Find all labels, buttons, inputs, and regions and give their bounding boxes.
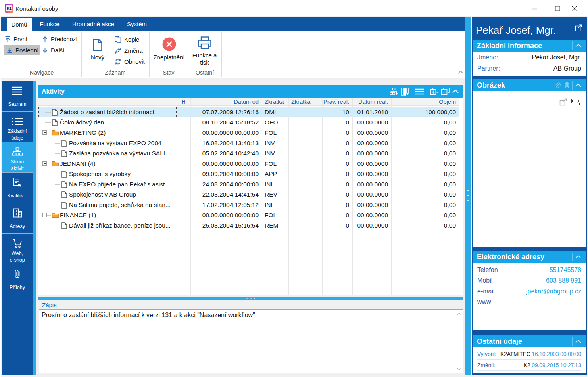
ribbon-tab-bar: Domů Funkce Hromadné akce Systém: [1, 17, 465, 31]
column-header[interactable]: Objem: [391, 98, 459, 106]
scroll-up-icon[interactable]: [457, 311, 462, 316]
table-row[interactable]: MARKETING (2)00.00.0000 00:00:00FOL000.0…: [38, 128, 459, 138]
field-value[interactable]: 551745578: [550, 264, 581, 276]
chevron-up-icon: [575, 44, 581, 47]
collapse-ribbon-button[interactable]: [457, 69, 465, 76]
list-view-icon[interactable]: [415, 88, 424, 95]
sidebar-item-seznam[interactable]: Seznam: [2, 81, 33, 111]
section-elektronicke-adresy: Elektronické adresy Telefon 551745578 Mo…: [473, 251, 586, 330]
change-button[interactable]: Změna: [115, 46, 143, 55]
tab-funkce[interactable]: Funkce: [37, 17, 63, 31]
collapse-panel-icon[interactable]: [452, 90, 459, 93]
window-plus-icon[interactable]: [430, 88, 438, 95]
cell-objem: 0,00: [391, 138, 459, 148]
sidebar-item-prilohy[interactable]: Přílohy: [2, 264, 33, 295]
window-title: Kontaktní osoby: [15, 1, 58, 16]
sidebar-item-web-eshop[interactable]: Web, e-shop: [2, 234, 33, 264]
column-header[interactable]: Zkratka: [288, 98, 322, 106]
table-row[interactable]: Zaslána pozvánka na výstavu SALI...05.02…: [38, 148, 459, 159]
copy-button[interactable]: Kopie: [115, 35, 139, 44]
chevron-up-icon: [458, 71, 463, 74]
refresh-button[interactable]: Obnovit: [115, 57, 145, 66]
column-header[interactable]: [38, 98, 177, 106]
collapse-section-button[interactable]: [574, 40, 582, 52]
tab-system[interactable]: Systém: [123, 17, 151, 31]
collapse-section-button[interactable]: [574, 251, 582, 263]
table-row[interactable]: Pozvánka na výstavu EXPO 200416.08.2004 …: [38, 138, 459, 148]
field-value[interactable]: 603 888 991: [546, 275, 581, 286]
table-row[interactable]: Spokojenost v AB Group22.03.2004 14:41:5…: [38, 189, 459, 200]
table-row[interactable]: Spokojenost s výrobky09.09.2004 00:00:00…: [38, 169, 459, 179]
maximize-button[interactable]: [548, 1, 567, 16]
collapse-node-button[interactable]: [42, 130, 47, 135]
previous-button[interactable]: Předchozí: [42, 34, 80, 44]
open-in-window-icon[interactable]: [575, 24, 582, 31]
windows-stack-icon[interactable]: [441, 88, 450, 95]
table-row[interactable]: Dávali již příkaz bance, peníze jsou...2…: [38, 220, 459, 231]
first-label: První: [13, 36, 27, 42]
column-header[interactable]: Datum od: [190, 98, 262, 106]
tab-hromadne-akce[interactable]: Hromadné akce: [68, 17, 118, 31]
detail-row: Vytvořil: K2ATMITEC 16.10.2003 00:00:00: [477, 348, 581, 360]
chevron-up-icon: [575, 84, 581, 87]
pencil-icon: [115, 47, 121, 54]
minimize-icon: [532, 6, 537, 11]
tree-view-icon[interactable]: [390, 88, 398, 96]
vertical-splitter[interactable]: [465, 17, 471, 375]
tab-domu[interactable]: Domů: [7, 18, 32, 32]
sidebar-item-zakladni-udaje[interactable]: Základní údaje: [2, 112, 33, 142]
field-value[interactable]: jpekar@abgroup.cz: [526, 286, 581, 297]
collapse-section-button[interactable]: [574, 335, 582, 347]
collapse-node-button[interactable]: [42, 213, 47, 217]
table-row[interactable]: JEDNÁNÍ (4)00.00.0000 00:00:00FOL000.00.…: [38, 159, 459, 169]
fit-width-icon[interactable]: [571, 98, 580, 106]
open-external-icon[interactable]: [559, 98, 567, 106]
sidebar-item-label: Základní údaje: [6, 128, 29, 142]
column-header[interactable]: Prav. real.: [322, 98, 352, 106]
cell-zkratka2: [288, 117, 322, 128]
cell-prav_real: 0: [322, 210, 352, 220]
sidebar-item-adresy[interactable]: Adresy: [2, 203, 33, 233]
invalidate-button[interactable]: Zneplatnění: [152, 33, 186, 66]
close-button[interactable]: [565, 1, 584, 16]
minimize-button[interactable]: [525, 1, 544, 16]
table-row[interactable]: FINANCE (1)00.00.0000 00:00:00FOL000.00.…: [38, 210, 459, 220]
cell-prav_real: 0: [322, 148, 352, 159]
trash-icon[interactable]: [564, 82, 570, 88]
new-button[interactable]: Nový: [81, 33, 115, 66]
cell-datum_od: 00.00.0000 00:00:00: [190, 159, 262, 169]
last-button[interactable]: Poslední: [4, 45, 40, 55]
table-row[interactable]: Na Salimu přijede, schůzka na stán...17.…: [38, 200, 459, 210]
zapis-textarea[interactable]: Prosím o zaslání bližších informací k ve…: [39, 309, 463, 373]
sidebar-splitter[interactable]: [33, 81, 36, 375]
cell-datum_real: 00.00.0000: [352, 210, 391, 220]
section-header: Základní informace: [473, 40, 586, 52]
field-label: Telefon: [477, 264, 498, 276]
functions-print-button[interactable]: Funkce a tisk: [188, 33, 221, 66]
field-label: e-mail: [477, 286, 495, 297]
sidebar-item-strom-aktivit[interactable]: Strom aktivit: [2, 142, 33, 172]
table-row[interactable]: Žádost o zaslání bližších informací07.07…: [38, 107, 459, 117]
collapse-section-button[interactable]: [574, 79, 582, 91]
table-row[interactable]: Čokoládový den08.10.2004 15:18:52OFO000.…: [38, 117, 459, 128]
horizontal-splitter[interactable]: [38, 297, 463, 300]
next-button[interactable]: Další: [42, 45, 80, 55]
scroll-down-icon[interactable]: [457, 366, 462, 371]
activities-panel-header: Aktivity: [38, 85, 463, 98]
column-header[interactable]: Datum real.: [352, 98, 391, 106]
list-details-icon: [2, 116, 33, 126]
column-header[interactable]: H: [177, 98, 190, 106]
sidebar-item-kvalifikace[interactable]: Kvalifik...: [2, 173, 33, 203]
left-sidebar: SeznamZákladní údajeStrom aktivitKvalifi…: [2, 81, 33, 375]
refresh-icon: [115, 58, 121, 65]
tree-cell: Pozvánka na výstavu EXPO 2004: [38, 138, 177, 148]
header-separator: [572, 253, 573, 261]
paperclip-icon[interactable]: [555, 82, 561, 88]
collapse-node-button[interactable]: [42, 161, 47, 166]
column-header[interactable]: Zkratka: [262, 98, 288, 106]
table-row[interactable]: Na EXPO přijede pan Pekař s asist...24.0…: [38, 179, 459, 189]
columns-view-icon[interactable]: [401, 88, 409, 96]
field-value: Pekař Josef, Mgr.: [532, 52, 582, 63]
first-button[interactable]: První: [5, 34, 39, 44]
maximize-icon: [555, 6, 560, 11]
